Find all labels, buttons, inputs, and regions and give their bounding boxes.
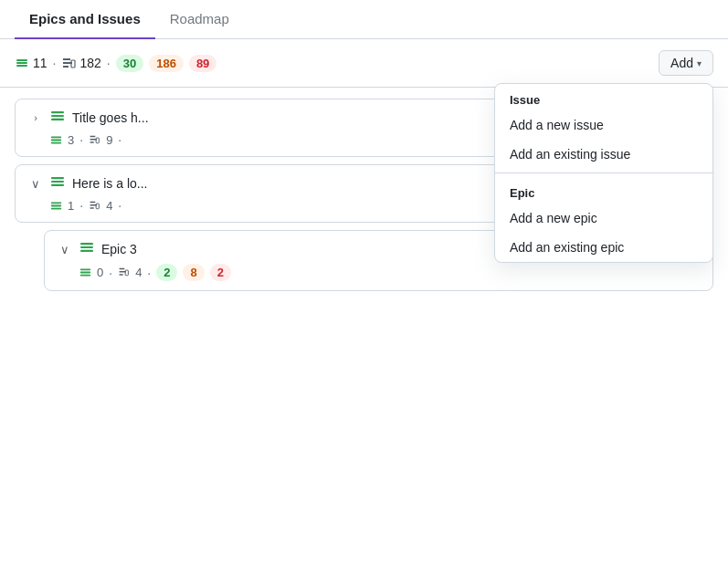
expand-epic-3[interactable]: ∨	[58, 242, 72, 256]
issues-stat: 182	[61, 56, 100, 70]
sep2: ·	[107, 56, 111, 70]
svg-rect-18	[80, 243, 93, 245]
epic-1-sep1: ·	[79, 132, 83, 147]
expand-epic-1[interactable]: ›	[28, 110, 43, 125]
svg-rect-9	[51, 141, 61, 143]
tabs-bar: Epics and Issues Roadmap	[0, 0, 728, 39]
svg-rect-2	[16, 65, 27, 67]
badge-orange: 186	[149, 55, 184, 72]
epic-1-icon	[50, 109, 65, 127]
svg-rect-16	[51, 207, 61, 209]
svg-rect-23	[80, 275, 90, 277]
epic-3-badge-orange: 8	[183, 264, 204, 281]
expand-epic-2[interactable]: ∨	[28, 176, 43, 191]
epic-3-sep2: ·	[147, 266, 151, 280]
badge-green: 30	[116, 55, 143, 72]
epic-2-meta-epics-count: 1	[68, 199, 74, 213]
epic-3-meta-epics-count: 0	[97, 266, 103, 279]
svg-rect-6	[51, 119, 64, 120]
tab-roadmap[interactable]: Roadmap	[155, 0, 244, 39]
epic-2-sep2: ·	[118, 198, 121, 213]
dropdown-section-issue: Issue Add a new issue Add an existing is…	[495, 84, 712, 169]
epic-1-meta-epic-icon	[50, 134, 62, 146]
tab-epics-label: Epics and Issues	[29, 11, 141, 26]
issue-count-icon	[61, 56, 76, 70]
badge-red: 89	[189, 55, 216, 72]
epic-2-icon	[50, 174, 65, 193]
add-new-issue-label: Add a new issue	[510, 118, 604, 132]
epic-2-meta-epic-icon	[50, 200, 62, 212]
svg-rect-15	[51, 204, 61, 206]
svg-rect-13	[51, 184, 64, 186]
epic-2-title: Here is a lo...	[72, 176, 147, 191]
issues-count: 182	[79, 56, 100, 70]
add-new-issue-item[interactable]: Add a new issue	[495, 110, 712, 140]
epic-1-meta-issue-icon	[89, 134, 100, 146]
epic-3-title: Epic 3	[101, 242, 137, 256]
svg-rect-4	[51, 111, 64, 113]
epic-3-meta-issues-count: 4	[135, 266, 142, 279]
tab-roadmap-label: Roadmap	[170, 11, 229, 26]
toolbar-stats: 11 · 182 · 30 186 89	[15, 55, 651, 72]
add-button-label: Add	[670, 56, 693, 70]
svg-rect-20	[80, 250, 93, 252]
svg-rect-0	[16, 59, 27, 61]
epic-3-icon	[79, 240, 94, 258]
epics-count: 11	[33, 56, 47, 70]
add-existing-epic-item[interactable]: Add an existing epic	[495, 233, 712, 262]
svg-rect-11	[51, 177, 64, 179]
add-chevron-icon: ▾	[697, 58, 702, 68]
add-existing-issue-item[interactable]: Add an existing issue	[495, 140, 712, 169]
svg-rect-14	[51, 202, 61, 204]
add-new-epic-item[interactable]: Add a new epic	[495, 204, 712, 233]
epic-3-meta: 0 · 4 · 2 8 2	[79, 264, 700, 281]
dropdown-divider	[495, 172, 712, 173]
add-dropdown: Issue Add a new issue Add an existing is…	[494, 83, 713, 263]
toolbar: 11 · 182 · 30 186 89 Add ▾ Issue Add a n…	[0, 39, 728, 88]
add-new-epic-label: Add a new epic	[510, 211, 597, 225]
dropdown-section-epic: Epic Add a new epic Add an existing epic	[495, 177, 712, 262]
epic-3-meta-issue-icon	[118, 266, 130, 278]
svg-rect-22	[80, 272, 90, 274]
svg-rect-21	[80, 268, 90, 270]
issue-header-label: Issue	[510, 93, 540, 107]
svg-rect-7	[51, 136, 61, 138]
epic-3-badge-green: 2	[156, 264, 177, 281]
svg-rect-8	[51, 139, 61, 141]
add-button[interactable]: Add ▾	[659, 50, 713, 76]
epics-stat: 11	[15, 56, 47, 70]
svg-rect-5	[51, 115, 64, 117]
epic-3-sep1: ·	[109, 266, 112, 280]
svg-rect-12	[51, 181, 64, 183]
add-existing-issue-label: Add an existing issue	[510, 147, 630, 162]
epic-3-badge-red: 2	[210, 264, 231, 281]
dropdown-issue-header: Issue	[495, 84, 712, 110]
epic-2-sep1: ·	[79, 198, 83, 213]
tab-epics-issues[interactable]: Epics and Issues	[15, 0, 155, 39]
dropdown-epic-header: Epic	[495, 177, 712, 204]
epic-3-meta-epic-icon	[79, 266, 91, 278]
add-existing-epic-label: Add an existing epic	[510, 240, 624, 255]
epic-1-title: Title goes h...	[72, 110, 149, 125]
epic-1-sep2: ·	[118, 132, 121, 147]
svg-rect-19	[80, 246, 93, 248]
epic-1-meta-epics-count: 3	[68, 133, 74, 147]
epic-2-meta-issues-count: 4	[106, 199, 112, 213]
epic-header-label: Epic	[510, 186, 534, 200]
epic-2-meta-issue-icon	[89, 200, 100, 212]
svg-rect-1	[16, 62, 27, 64]
svg-rect-3	[71, 60, 75, 68]
epic-1-meta-issues-count: 9	[106, 133, 112, 147]
sep1: ·	[53, 56, 57, 70]
epic-count-icon	[15, 56, 29, 70]
